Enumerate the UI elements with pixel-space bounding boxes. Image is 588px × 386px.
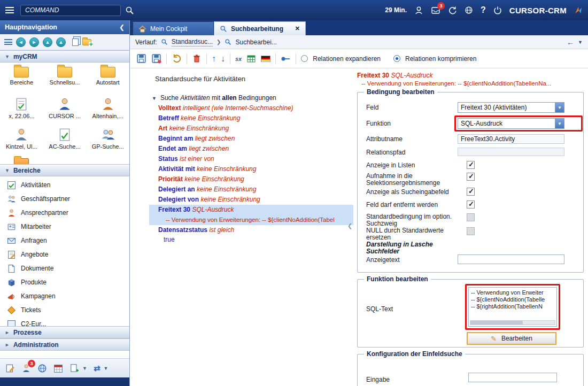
power-icon[interactable] — [493, 6, 502, 14]
tile-kintzel[interactable]: Kintzel, Ul... — [0, 125, 43, 156]
sidebar-item-anfragen[interactable]: Anfragen — [0, 234, 129, 248]
tile-cut[interactable] — [0, 156, 43, 164]
save-as-icon[interactable] — [151, 53, 161, 64]
refresh-icon[interactable] — [448, 6, 457, 15]
sql-text-box[interactable]: -- Verwendung von Erweiter -- ${clientNo… — [468, 287, 557, 327]
tree-toggle-icon[interactable]: ▼ — [152, 96, 157, 101]
language-flag-icon[interactable] — [261, 56, 270, 62]
history-crumb-suchbearbeitung[interactable]: Suchbearbei... — [235, 38, 276, 46]
tile-termin[interactable]: x, 22.06... — [0, 95, 43, 125]
dropdown-arrow-icon[interactable]: ▼ — [555, 103, 564, 112]
tile-cursor[interactable]: CURSOR ... — [43, 95, 87, 125]
tree-item-status[interactable]: Status ist einer von — [130, 154, 354, 164]
section-administration[interactable]: ► Administration — [0, 338, 129, 351]
tile-gp-suche[interactable]: GP-Suche... — [86, 125, 129, 156]
history-crumb-standardsuche[interactable]: Standardsuc... — [172, 38, 213, 47]
sucheingabefeld-checkbox[interactable] — [467, 188, 475, 196]
save-icon[interactable] — [136, 53, 146, 64]
history-dropdown-icon[interactable]: ▼ — [578, 40, 583, 45]
tab-mein-cockpit[interactable]: Mein Cockpit — [133, 21, 214, 35]
pin-icon[interactable] — [281, 55, 291, 63]
section-bereiche[interactable]: ▼ Bereiche — [0, 164, 129, 176]
nav-menu-icon[interactable] — [4, 39, 12, 45]
scrollbar-thumb[interactable] — [470, 321, 523, 325]
tile-altenhain[interactable]: Altenhain,... — [86, 95, 129, 125]
pane-collapse-icon[interactable]: ❮ — [347, 222, 352, 229]
section-prozesse[interactable]: ► Prozesse — [0, 326, 129, 338]
sidebar-item-tickets[interactable]: Tickets — [0, 303, 129, 317]
bearbeiten-button[interactable]: ✎ Bearbeiten — [467, 332, 556, 345]
sidebar-item-produkte[interactable]: Produkte — [0, 275, 129, 289]
nav-back-icon[interactable]: ◄ — [16, 37, 26, 47]
sessions-icon[interactable]: 3 — [21, 364, 31, 373]
new-folder-icon[interactable] — [82, 39, 91, 45]
anzeigetext-input[interactable] — [458, 254, 564, 264]
sql-expression-icon[interactable]: sx — [235, 56, 242, 62]
section-mycrm[interactable]: ▼ myCRM — [0, 50, 129, 63]
sidebar-item-kampagnen[interactable]: Kampagnen — [0, 289, 129, 303]
tree-item-datensatzstatus[interactable]: Datensatzstatus ist gleich — [130, 225, 354, 235]
feld-select[interactable]: Freitext 30 (Aktivitäten) ▼ — [458, 102, 564, 113]
tile-autostart[interactable]: Autostart — [86, 64, 129, 95]
tile-ac-suche[interactable]: AC-Suche... — [43, 125, 87, 156]
sidebar-item-c2eur[interactable]: C2-Eur... — [0, 317, 129, 326]
aufnahme-checkbox[interactable] — [467, 173, 475, 181]
sidebar-item-aktivitaeten[interactable]: Aktivitäten — [0, 178, 129, 192]
anzeige-in-listen-checkbox[interactable] — [467, 161, 475, 169]
sidebar-item-dokumente[interactable]: Dokumente — [0, 261, 129, 275]
tree-item-aktivitaet-mit[interactable]: Aktivität mit keine Einschränkung — [130, 164, 354, 174]
chevron-down-icon[interactable]: ▼ — [82, 366, 87, 371]
history-back-icon[interactable]: ← — [567, 38, 574, 47]
eingabe-input[interactable] — [468, 373, 557, 382]
sidebar-item-angebote[interactable]: Angebote — [0, 248, 129, 261]
table-icon[interactable] — [246, 54, 256, 64]
tree-item-freitext30-selected[interactable]: Freitext 30 SQL-Ausdruck -- Verwendung v… — [149, 205, 353, 225]
chevron-down-icon[interactable]: ▼ — [104, 366, 109, 371]
sidebar-item-geschaeftspartner[interactable]: Geschäftspartner — [0, 192, 129, 206]
tree-item-volltext[interactable]: Volltext intelligent (wie Internet-Suchm… — [130, 103, 354, 113]
note-icon[interactable] — [5, 364, 15, 373]
search-icon[interactable] — [125, 6, 134, 15]
menu-icon[interactable] — [5, 7, 14, 13]
radio-label-expandieren[interactable]: Relationen expandieren — [313, 55, 381, 63]
tree-item-delegiert-an[interactable]: Delegiert an keine Einschränkung — [130, 184, 354, 195]
nav-up-icon[interactable]: ▲ — [43, 37, 52, 47]
sidebar-item-ansprechpartner[interactable]: Ansprechpartner — [0, 206, 129, 220]
radio-relationen-komprimieren[interactable] — [393, 55, 400, 62]
switch-icon[interactable]: ⇄ — [94, 364, 100, 373]
collapse-sidebar-icon[interactable]: ❮ — [119, 24, 125, 31]
copy-pages-icon[interactable] — [72, 38, 79, 46]
calendar-icon[interactable] — [53, 364, 63, 373]
nav-forward-icon[interactable]: ► — [29, 37, 39, 47]
move-down-icon[interactable]: ↓ — [221, 55, 225, 63]
globe-icon[interactable] — [465, 6, 473, 14]
user-icon[interactable] — [414, 6, 423, 15]
tree-item-delegiert-von[interactable]: Delegiert von keine Einschränkung — [130, 195, 354, 205]
funktion-select[interactable]: SQL-Ausdruck ▼ — [458, 118, 564, 129]
tree-item-art[interactable]: Art keine Einschränkung — [130, 123, 354, 134]
tree-root[interactable]: ▼Suche Aktivitäten mit allen Bedingungen — [130, 93, 354, 103]
close-tab-icon[interactable]: ✕ — [295, 25, 300, 32]
move-up-icon[interactable]: ↑ — [212, 55, 216, 63]
new-record-icon[interactable] — [69, 364, 79, 373]
tile-schnellsuchen[interactable]: Schnellsu... — [43, 64, 87, 95]
tile-bereiche[interactable]: Bereiche — [0, 64, 43, 95]
tree-item-beginnt-am[interactable]: Beginnt am liegt zwischen — [130, 134, 354, 144]
tab-suchbearbeitung[interactable]: Suchbearbeitung ✕ — [214, 21, 306, 35]
nav-top-icon[interactable]: ▲ — [56, 37, 66, 47]
delete-icon[interactable] — [192, 53, 202, 64]
radio-relationen-expandieren[interactable] — [301, 55, 308, 62]
help-icon[interactable]: ? — [481, 5, 486, 15]
horizontal-scrollbar[interactable] — [470, 320, 555, 325]
radio-label-komprimieren[interactable]: Relationen komprimieren — [405, 55, 476, 63]
entfernt-checkbox[interactable] — [467, 200, 475, 209]
dropdown-arrow-icon[interactable]: ▼ — [555, 119, 564, 128]
undo-icon[interactable] — [172, 53, 182, 64]
inbox-icon[interactable]: 3 — [431, 6, 440, 14]
sidebar-item-mitarbeiter[interactable]: Mitarbeiter — [0, 220, 129, 234]
command-input[interactable]: COMMAND — [20, 5, 121, 16]
tree-item-betreff[interactable]: Betreff keine Einschränkung — [130, 113, 354, 123]
web-search-icon[interactable] — [37, 364, 47, 373]
tree-item-endet-am[interactable]: Endet am liegt zwischen — [130, 144, 354, 154]
tree-item-prioritaet[interactable]: Priorität keine Einschränkung — [130, 174, 354, 184]
